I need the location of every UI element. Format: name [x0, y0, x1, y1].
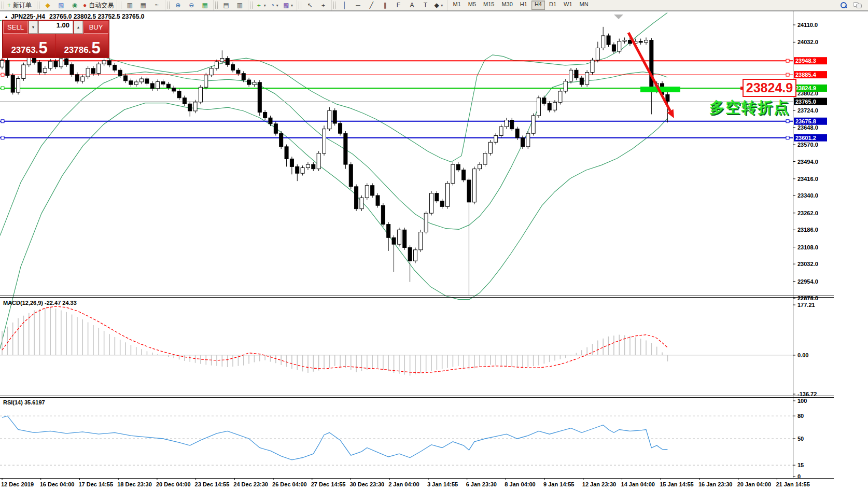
candle-body: [312, 164, 315, 169]
mt4-window: +新订单◆▧◉●自动交易▥▦≈⊕⊖▦▤▥＋▼◔▼▩▼↖＋│─╱∥FAT◆▼M1M…: [0, 0, 868, 490]
candle-body: [537, 98, 541, 116]
lot-decrease-button[interactable]: ▼: [29, 21, 38, 34]
channel-icon[interactable]: ∥: [378, 0, 391, 10]
zoom-in-icon[interactable]: ⊕: [171, 0, 185, 10]
template-dropdown[interactable]: ▩▼: [282, 0, 295, 10]
strategy-radar-icon[interactable]: ◉: [68, 0, 81, 10]
channel-icon: ∥: [383, 2, 386, 8]
candle-body: [494, 135, 498, 142]
hline-anchor[interactable]: [786, 136, 789, 139]
collapse-panel-icon[interactable]: ▲: [4, 15, 8, 19]
time-axis-label: 16 Jan 23:30: [698, 481, 732, 487]
candlestick-chart-icon[interactable]: ▦: [136, 0, 150, 10]
sell-price[interactable]: 23763.5: [3, 34, 55, 57]
new-order-button[interactable]: +新订单: [6, 0, 33, 10]
market-watch-icon[interactable]: ◆: [41, 0, 54, 10]
candle-body: [365, 186, 369, 198]
sell-button[interactable]: SELL: [3, 21, 28, 34]
timeframe-h1[interactable]: H1: [517, 1, 530, 10]
label-icon[interactable]: T: [418, 0, 432, 10]
line-chart-icon[interactable]: ≈: [150, 0, 163, 10]
candle-body: [49, 61, 52, 68]
chart-canvas[interactable]: 24110.024032.023802.023724.023648.023570…: [0, 11, 868, 490]
timeframe-h4[interactable]: H4: [531, 1, 545, 10]
red-trend-arrow[interactable]: [628, 33, 670, 111]
indicator-sub-window-icon: ▥: [237, 2, 243, 8]
search-icon[interactable]: [837, 0, 850, 10]
candle-body: [220, 59, 224, 62]
time-axis-label: 30 Dec 23:30: [349, 481, 384, 487]
candle-body: [108, 61, 111, 65]
annotation-text[interactable]: 多空转折点: [709, 97, 799, 118]
candle-body: [1, 60, 4, 67]
autotrading-button[interactable]: ●自动交易: [81, 0, 115, 10]
text-icon[interactable]: A: [405, 0, 418, 10]
zoom-out-icon[interactable]: ⊖: [185, 0, 198, 10]
sell-price-main: 23763.: [11, 45, 38, 55]
candle-body: [408, 248, 412, 261]
crosshair-icon[interactable]: ＋: [316, 0, 330, 10]
buy-price[interactable]: 23786.5: [56, 34, 108, 57]
price-tick-label: 23416.0: [797, 176, 818, 182]
candle-body: [575, 70, 578, 78]
time-axis-label: 23 Dec 14:55: [195, 481, 230, 487]
gray-marker-triangle[interactable]: [614, 15, 623, 19]
timeframe-d1[interactable]: D1: [546, 1, 559, 10]
hline-anchor[interactable]: [786, 120, 789, 123]
candle-body: [177, 91, 181, 98]
price-badge-label: 23675.8: [795, 118, 816, 124]
one-click-trading-panel: SELL ▼ 1.00 ▲ BUY 23763.5 23786.5: [2, 20, 109, 58]
horizontal-line-icon[interactable]: ─: [351, 0, 365, 10]
market-watch-icon: ◆: [45, 2, 50, 8]
candle-body: [553, 102, 557, 110]
vertical-line-icon[interactable]: │: [338, 0, 351, 10]
timeframe-m30[interactable]: M30: [498, 1, 515, 10]
candle-body: [279, 133, 283, 147]
candle-body: [11, 76, 15, 93]
shapes-dropdown[interactable]: ◆▼: [432, 0, 445, 10]
candle-body: [274, 124, 277, 133]
candle-body: [467, 180, 471, 202]
time-axis-label: 21 Jan 14:55: [776, 481, 809, 487]
timeframe-m1[interactable]: M1: [450, 1, 464, 10]
candle-body: [456, 164, 460, 170]
candlestick-chart-icon: ▦: [141, 2, 146, 8]
candle-body: [612, 45, 615, 51]
price-callout-box[interactable]: 23824.9: [743, 79, 796, 97]
time-axis-label: 20 Jan 04:00: [737, 481, 771, 487]
chart-area[interactable]: 24110.024032.023802.023724.023648.023570…: [0, 11, 868, 490]
hline-anchor[interactable]: [1, 120, 4, 123]
candle-body: [472, 169, 476, 202]
timeframe-m15[interactable]: M15: [480, 1, 497, 10]
lot-size-input[interactable]: 1.00: [38, 21, 73, 34]
chat-icon[interactable]: [850, 0, 864, 10]
timeframe-mn[interactable]: MN: [577, 1, 592, 10]
trendline-icon[interactable]: ╱: [365, 0, 378, 10]
hline-anchor[interactable]: [1, 73, 4, 76]
candle-body: [440, 201, 444, 207]
hline-anchor[interactable]: [786, 73, 789, 76]
buy-button[interactable]: BUY: [83, 21, 108, 34]
time-axis-label: 26 Dec 04:00: [272, 481, 307, 487]
fibonacci-icon[interactable]: F: [391, 0, 405, 10]
cursor-icon[interactable]: ↖: [303, 0, 316, 10]
bar-chart-icon[interactable]: ▥: [123, 0, 136, 10]
data-window-icon[interactable]: ▧: [54, 0, 68, 10]
price-badge-label: 23824.9: [795, 85, 816, 91]
hline-anchor[interactable]: [1, 87, 4, 90]
candle-body: [446, 183, 450, 206]
indicator-sub-window-icon[interactable]: ▥: [233, 0, 246, 10]
hline-anchor[interactable]: [786, 59, 789, 62]
autotrading-button-label: 自动交易: [89, 1, 114, 10]
hline-anchor[interactable]: [1, 136, 4, 139]
timeframe-w1[interactable]: W1: [561, 1, 576, 10]
lot-increase-button[interactable]: ▲: [74, 21, 83, 34]
add-indicator-dropdown[interactable]: ＋▼: [254, 0, 268, 10]
period-dropdown[interactable]: ◔▼: [268, 0, 282, 10]
candle-body: [478, 164, 482, 169]
tile-windows-icon[interactable]: ▦: [198, 0, 212, 10]
toolbar-group: ◆▧◉●自动交易: [35, 0, 117, 10]
candle-body: [650, 40, 653, 91]
timeframe-m5[interactable]: M5: [465, 1, 479, 10]
indicator-window-icon[interactable]: ▤: [219, 0, 233, 10]
